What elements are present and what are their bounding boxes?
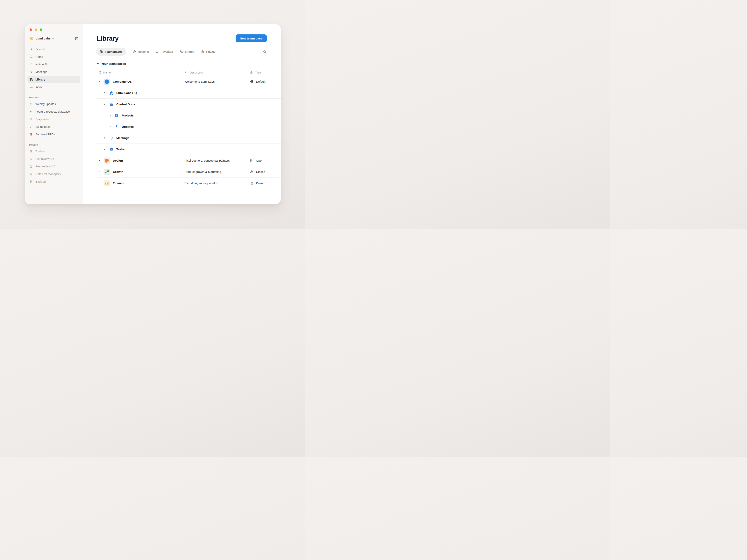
table-body: Company OS Welcome to Lumi Labs! Default… (97, 76, 281, 189)
check-emoji (29, 117, 33, 121)
zoom-window-button[interactable] (40, 28, 42, 31)
tab-label: Recents (138, 50, 149, 53)
sidebar-item-notion-ai[interactable]: Notion AI (27, 60, 80, 68)
sidebar-item-home[interactable]: Home (27, 53, 80, 60)
grid-icon (98, 71, 101, 74)
sidebar-item-label: Inbox (35, 85, 43, 89)
eyes-emoji (29, 110, 33, 113)
sidebar-item-search[interactable]: Search (27, 45, 80, 53)
sidebar-sections: Recents Weekly updates Feature requests … (29, 96, 79, 185)
caret-right-icon[interactable] (104, 137, 106, 139)
palette-tile (103, 157, 110, 164)
tab-shared[interactable]: Shared (179, 48, 194, 56)
sidebar-item-to-do-s[interactable]: To-do’s (27, 148, 80, 155)
sidebar-item-label: Home (35, 55, 43, 58)
sidebar-item-daily-tasks[interactable]: Daily tasks (27, 115, 80, 123)
caret-right-icon[interactable] (104, 148, 106, 150)
your-teamspaces-toggle[interactable]: Your teamspaces (97, 62, 281, 65)
close-window-button[interactable] (30, 28, 32, 31)
column-header-description[interactable]: Description (183, 71, 249, 74)
table-row[interactable]: Updates (97, 121, 281, 132)
sidebar-item-library[interactable]: Library (27, 76, 80, 83)
sidebar-item-notes-for-managers[interactable]: Notes for managers (27, 170, 80, 178)
atom-blue (109, 147, 113, 152)
teamspace-type: Closed (249, 170, 281, 174)
sidebar-item-1-1-updates[interactable]: 1:1 updates (27, 123, 80, 131)
teamspace-type: Private (249, 181, 281, 185)
type-label: Open (256, 159, 263, 162)
caret-right-icon[interactable] (98, 171, 100, 173)
tab-teamspaces[interactable]: Teamspaces (96, 48, 126, 56)
table-row[interactable]: Design Pixel pushers, conceptual painter… (97, 155, 281, 166)
caret-right-icon[interactable] (109, 126, 111, 128)
table-row[interactable]: Lumi Labs HQ (97, 87, 281, 99)
new-teamspace-button[interactable]: New teamspace (236, 34, 267, 43)
caret-right-icon[interactable] (109, 114, 111, 116)
library-icon (29, 78, 33, 81)
tab-recents[interactable]: Recents (132, 48, 149, 56)
caret-right-icon[interactable] (104, 92, 106, 94)
sidebar-section-label: Recents (29, 96, 79, 99)
teamspace-name: Lumi Labs HQ (116, 91, 137, 95)
sidebar-item-inbox[interactable]: Inbox (27, 83, 80, 91)
teamspace-name: Growth (113, 170, 123, 174)
globe-icon (250, 80, 254, 84)
caret-right-icon[interactable] (98, 80, 100, 83)
sidebar-item-self-review-26[interactable]: Self review ‘26 (27, 155, 80, 163)
column-header-label: Description (190, 71, 204, 74)
table-row[interactable]: Tasks (97, 144, 281, 155)
people-icon (179, 50, 183, 53)
sidebar-item-backlog[interactable]: Backlog (27, 178, 80, 185)
sidebar-item-meetings[interactable]: Meetings (27, 68, 80, 76)
chart-tile (103, 168, 110, 175)
caret-right-icon[interactable] (98, 159, 100, 162)
compass-tile (103, 78, 110, 85)
caret-right-icon[interactable] (98, 182, 100, 184)
column-header-name[interactable]: Name (97, 71, 183, 74)
minimize-window-button[interactable] (35, 28, 37, 31)
inbox-icon (29, 85, 33, 89)
sidebar-item-feature-requests-database[interactable]: Feature requests database (27, 108, 80, 115)
table-row[interactable]: Projects (97, 110, 281, 121)
sidebar-item-peer-review-26[interactable]: Peer review ‘26 (27, 163, 80, 170)
search-icon[interactable] (263, 50, 267, 54)
star-icon (155, 50, 159, 53)
type-label: Default (256, 80, 265, 83)
column-header-label: Type (255, 71, 261, 74)
type-label: Private (256, 181, 265, 185)
tab-label: Favorites (161, 50, 173, 53)
sidebar-nav: Search Home Notion AI Meetings Library I… (29, 45, 79, 91)
table-row[interactable]: Company OS Welcome to Lumi Labs! Default (97, 76, 281, 87)
exclamation-blue (114, 125, 119, 129)
table-row[interactable]: Meetings (97, 132, 281, 144)
main-panel: Library New teamspace Teamspaces Recents… (83, 24, 281, 204)
table-row[interactable]: Central Docs (97, 99, 281, 110)
workspace-name: Lumi Labs (35, 37, 51, 40)
sidebar-item-weekly-updates[interactable]: Weekly updates (27, 100, 80, 108)
sidebar-item-label: Weekly updates (35, 103, 56, 106)
type-icon (250, 71, 253, 74)
money-tile (103, 180, 110, 186)
column-header-type[interactable]: Type (249, 71, 281, 74)
sidebar-item-archived-prds[interactable]: Archived PRDs (27, 131, 80, 138)
compose-icon[interactable] (75, 36, 79, 41)
tab-private[interactable]: Private (201, 48, 215, 56)
main-header: Library New teamspace (97, 34, 281, 43)
table-row[interactable]: Growth Product growth & Marketing Closed (97, 166, 281, 178)
lock-icon (201, 50, 204, 53)
stack-blue (109, 102, 113, 107)
teamspace-name: Design (113, 159, 123, 162)
teamspace-description: Pixel pushers, conceptual painters (183, 159, 249, 162)
table-row[interactable]: Finance Everything money related Private (97, 178, 281, 189)
sidebar-item-label: Self review ‘26 (35, 157, 54, 160)
sidebar-item-label: Search (35, 48, 45, 51)
app-window: Lumi Labs Search Home Notion AI Meetings… (25, 24, 281, 204)
tab-favorites[interactable]: Favorites (155, 48, 173, 56)
sidebar-item-label: Feature requests database (35, 110, 70, 113)
house-wave-blue (109, 90, 113, 95)
workspace-switcher[interactable]: Lumi Labs (29, 35, 79, 42)
sidebar-section: Private To-do’s Self review ‘26 Peer rev… (29, 143, 79, 185)
music-note-icon (29, 172, 33, 176)
sidebar: Lumi Labs Search Home Notion AI Meetings… (25, 24, 83, 204)
caret-right-icon[interactable] (104, 103, 106, 105)
